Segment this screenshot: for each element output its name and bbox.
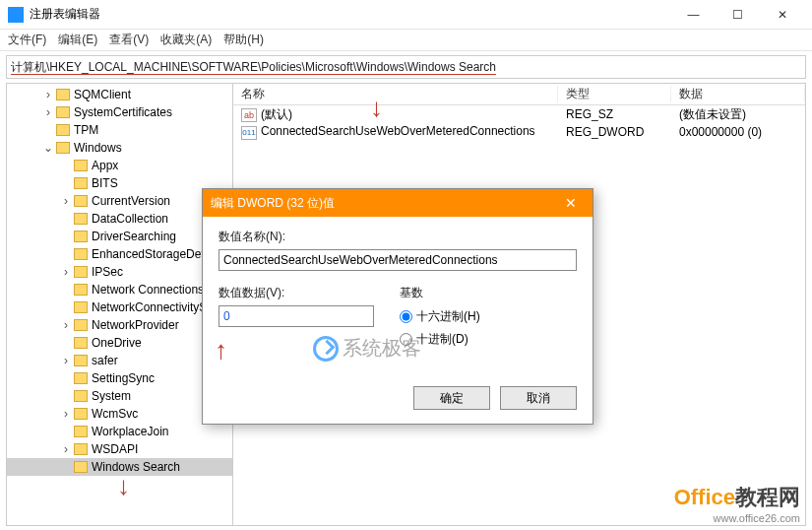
dialog-body: 数值名称(N): 数值数据(V): 基数 十六进制(H) 十进制(D) 确定 取… [203,217,593,424]
folder-icon [74,248,88,260]
tree-item[interactable]: ›SQMClient [7,86,232,103]
tree-item[interactable]: DriverSearching [7,228,232,245]
watermark-corner: Office教程网 www.office26.com [674,483,800,524]
folder-icon [74,390,88,402]
folder-icon [74,372,88,384]
tree-item[interactable]: ›NetworkProvider [7,316,232,334]
folder-icon [74,266,88,278]
tree-item-label: NetworkProvider [92,318,179,332]
folder-icon [74,284,88,296]
folder-icon [74,443,88,455]
expander-icon[interactable]: › [60,318,72,332]
close-button[interactable]: ✕ [760,1,804,29]
watermark-logo-icon [313,336,339,362]
window-title: 注册表编辑器 [30,6,671,23]
maximize-button[interactable]: ☐ [716,1,760,29]
tree-item[interactable]: ›SystemCertificates [7,103,232,121]
tree-item[interactable]: ›IPSec [7,263,232,281]
col-header-type[interactable]: 类型 [558,86,671,102]
list-header: 名称 类型 数据 [233,84,805,105]
tree-item-label: NetworkConnectivitySta [92,300,217,314]
list-row[interactable]: 011ConnectedSearchUseWebOverMeteredConne… [233,123,805,141]
cell-data: 0x00000000 (0) [671,125,805,139]
title-bar: 注册表编辑器 — ☐ ✕ [0,0,812,30]
folder-icon [74,213,88,225]
col-header-data[interactable]: 数据 [671,86,805,102]
tree-item[interactable]: System [7,387,232,405]
tree-item-label: WSDAPI [92,442,138,456]
tree-item[interactable]: NetworkConnectivitySta [7,298,232,316]
edit-dword-dialog: 编辑 DWORD (32 位)值 ✕ 数值名称(N): 数值数据(V): 基数 … [202,188,593,425]
folder-icon [56,89,70,100]
folder-icon [74,355,88,366]
folder-icon [56,124,70,136]
folder-icon [74,160,88,171]
value-name-input[interactable] [219,249,577,271]
tree-item[interactable]: OneDrive [7,334,232,352]
tree-item[interactable]: DataCollection [7,210,232,228]
tree-item-label: Windows Search [92,460,180,474]
address-bar[interactable]: 计算机\HKEY_LOCAL_MACHINE\SOFTWARE\Policies… [6,55,806,79]
menu-edit[interactable]: 编辑(E) [58,32,97,48]
ok-button[interactable]: 确定 [413,386,490,410]
tree-item[interactable]: ⌄Windows [7,139,232,157]
tree-item[interactable]: ›safer [7,352,232,369]
menu-view[interactable]: 查看(V) [109,32,149,48]
expander-icon[interactable]: ⌄ [42,141,54,155]
tree-item[interactable]: WorkplaceJoin [7,423,232,440]
expander-icon[interactable]: › [60,354,72,367]
folder-icon [74,301,88,313]
menu-file[interactable]: 文件(F) [8,32,46,48]
tree-item-label: DriverSearching [92,230,176,243]
cancel-button[interactable]: 取消 [500,386,577,410]
tree-item[interactable]: Windows Search [7,458,232,476]
expander-icon[interactable]: › [60,407,72,421]
tree-item-label: BITS [92,176,118,190]
tree-item[interactable]: EnhancedStorageDevice [7,245,232,263]
menu-help[interactable]: 帮助(H) [223,32,264,48]
col-header-name[interactable]: 名称 [233,86,558,102]
tree-item[interactable]: ›WcmSvc [7,405,232,423]
tree-item[interactable]: ›WSDAPI [7,440,232,458]
folder-icon [74,231,88,242]
folder-icon [74,177,88,189]
minimize-button[interactable]: — [671,1,716,29]
tree-item-label: safer [92,354,118,367]
value-data-label: 数值数据(V): [219,285,376,301]
expander-icon[interactable]: › [42,105,54,119]
expander-icon[interactable]: › [60,442,72,456]
folder-icon [74,319,88,331]
menu-favorites[interactable]: 收藏夹(A) [160,32,212,48]
cell-data: (数值未设置) [671,106,805,123]
cell-name: ab(默认) [233,106,558,123]
value-type-icon: ab [241,108,257,122]
expander-icon[interactable]: › [60,265,72,279]
tree-item-label: Appx [92,159,118,172]
list-row[interactable]: ab(默认)REG_SZ(数值未设置) [233,105,805,123]
value-data-input[interactable] [219,305,374,327]
radio-hex[interactable]: 十六进制(H) [400,308,480,325]
tree-item[interactable]: ›CurrentVersion [7,192,232,210]
dialog-close-button[interactable]: ✕ [557,195,585,211]
folder-icon [74,426,88,437]
folder-icon [56,142,70,154]
folder-icon [74,337,88,349]
tree-item[interactable]: Network Connections [7,281,232,298]
menu-bar: 文件(F) 编辑(E) 查看(V) 收藏夹(A) 帮助(H) [0,30,812,51]
tree-item[interactable]: Appx [7,157,232,174]
tree-item[interactable]: SettingSync [7,369,232,387]
dialog-titlebar[interactable]: 编辑 DWORD (32 位)值 ✕ [203,189,593,217]
tree-item-label: CurrentVersion [92,194,170,208]
expander-icon[interactable]: › [42,88,54,101]
tree-item-label: Windows [74,141,122,155]
tree-item-label: SQMClient [74,88,131,101]
expander-icon[interactable]: › [60,194,72,208]
tree-item[interactable]: TPM [7,121,232,139]
tree-item[interactable]: BITS [7,174,232,192]
tree-item-label: DataCollection [92,212,168,226]
radio-hex-input[interactable] [400,310,412,323]
tree-item-label: SystemCertificates [74,105,172,119]
cell-type: REG_SZ [558,107,671,121]
value-type-icon: 011 [241,126,257,140]
tree-panel[interactable]: ›SQMClient›SystemCertificatesTPM⌄Windows… [7,84,233,525]
